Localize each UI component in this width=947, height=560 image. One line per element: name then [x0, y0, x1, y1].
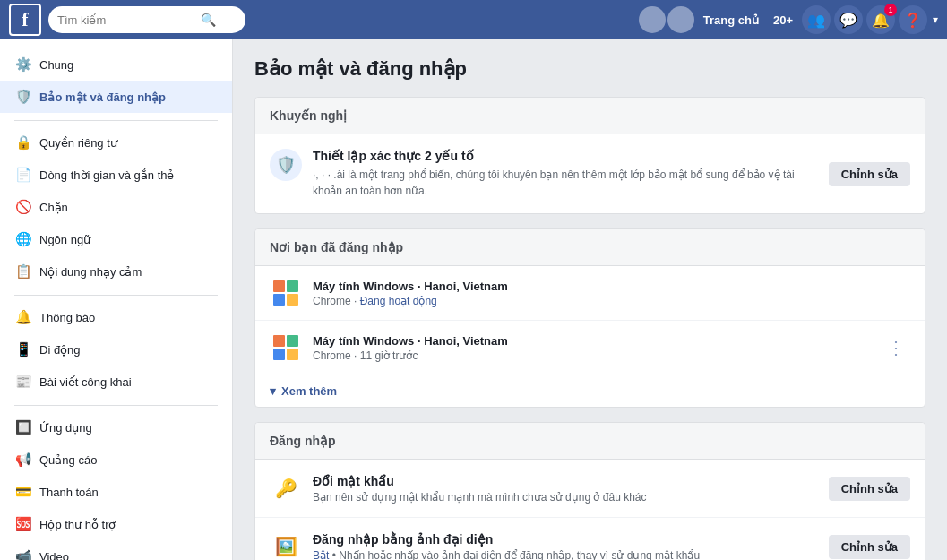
- location-info-1: Máy tính Windows · Hanoi, Vietnam Chrome…: [313, 280, 910, 307]
- shield-rec-icon: 🛡️: [270, 149, 302, 181]
- win-cell-4: [287, 294, 298, 306]
- help-btn[interactable]: ❓: [899, 5, 927, 34]
- mobile-icon: 📱: [14, 340, 32, 358]
- active-status: Đang hoạt động: [360, 295, 437, 307]
- sidebar-item-ung-dung[interactable]: 🔲 Ứng dụng: [0, 411, 232, 444]
- browser-label-1: Chrome: [313, 295, 351, 307]
- login-row-desc-2: Bật • Nhấn hoặc nhấp vào ảnh đại diện để…: [313, 549, 818, 561]
- sidebar-item-thong-bao[interactable]: 🔔 Thông báo: [0, 301, 232, 333]
- home-label[interactable]: Trang chủ: [703, 13, 759, 27]
- avatar-group: [639, 6, 694, 33]
- header-right: Trang chủ 20+ 👥 💬 🔔 1 ❓ ▾: [639, 5, 938, 34]
- win-cell-3: [273, 294, 285, 306]
- notifications-btn[interactable]: 🔔 1: [866, 5, 895, 34]
- rec-edit-button[interactable]: Chỉnh sửa: [829, 162, 910, 186]
- recommendation-body: 🛡️ Thiết lập xác thực 2 yếu tố ·, · · .à…: [255, 134, 925, 213]
- sidebar-item-ngon-ngu[interactable]: 🌐 Ngôn ngữ: [0, 223, 232, 255]
- recommendation-header: Khuyến nghị: [255, 98, 925, 134]
- login-row-title-2: Đăng nhập bằng ảnh đại diện: [313, 532, 818, 547]
- win-cell-2b: [287, 335, 298, 347]
- rec-desc: ·, · · .ài là một trang phổ biến, chúng …: [313, 167, 818, 199]
- messages-btn[interactable]: 💬: [834, 5, 863, 34]
- see-more-row[interactable]: ▾ Xem thêm: [255, 375, 925, 407]
- main-content: Bảo mật và đăng nhập Khuyến nghị 🛡️ Thiế…: [233, 39, 947, 560]
- sidebar-item-di-dong[interactable]: 📱 Di động: [0, 333, 232, 366]
- avatar-login-icon: 🖼️: [270, 530, 302, 560]
- time-status: 11 giờ trước: [360, 349, 418, 362]
- sidebar-item-quang-cao[interactable]: 📢 Quảng cáo: [0, 444, 232, 476]
- location-row-1: Máy tính Windows · Hanoi, Vietnam Chrome…: [255, 266, 925, 321]
- content-icon: 📋: [14, 263, 32, 280]
- lock-icon: 🔒: [14, 134, 32, 151]
- sidebar-label-thong-bao: Thông báo: [39, 311, 95, 324]
- login-row-desc-1: Bạn nên sử dụng mật khẩu mạnh mà mình ch…: [313, 491, 818, 504]
- sidebar-item-chan[interactable]: 🚫 Chặn: [0, 191, 232, 223]
- avatar-login-edit-button[interactable]: Chỉnh sửa: [829, 535, 910, 559]
- sidebar-group-3: 🔔 Thông báo 📱 Di động 📰 Bài viết công kh…: [0, 301, 232, 398]
- search-bar: 🔍: [48, 6, 245, 33]
- login-location-header: Nơi bạn đã đăng nhập: [255, 229, 925, 266]
- block-icon: 🚫: [14, 198, 32, 216]
- sidebar-group-4: 🔲 Ứng dụng 📢 Quảng cáo 💳 Thanh toán 🆘 Hộ…: [0, 411, 232, 560]
- gear-icon: ⚙️: [14, 56, 32, 73]
- sidebar-item-bai-viet[interactable]: 📰 Bài viết công khai: [0, 366, 232, 398]
- sidebar-label-di-dong: Di động: [39, 343, 81, 357]
- sidebar-item-thanh-toan[interactable]: 💳 Thanh toán: [0, 476, 232, 508]
- sidebar-divider-2: [14, 295, 218, 296]
- user-avatar-2[interactable]: [667, 6, 694, 33]
- sidebar-label-quyen-rieng-tu: Quyền riêng tư: [39, 136, 117, 150]
- user-avatar[interactable]: [639, 6, 666, 33]
- friend-requests-btn[interactable]: 👥: [802, 5, 831, 34]
- sidebar-item-chung[interactable]: ⚙️ Chung: [0, 48, 232, 81]
- key-icon: 🔑: [270, 472, 302, 504]
- timeline-icon: 📄: [14, 166, 32, 184]
- sidebar-item-quyen-rieng-tu[interactable]: 🔒 Quyền riêng tư: [0, 126, 232, 159]
- browser-label-2: Chrome: [313, 349, 351, 362]
- sidebar-item-dong-thoi-gian[interactable]: 📄 Dòng thời gian và gắn thẻ: [0, 159, 232, 191]
- login-row-password: 🔑 Đổi mật khẩu Bạn nên sử dụng mật khẩu …: [255, 460, 925, 518]
- location-name-1: Máy tính Windows · Hanoi, Vietnam: [313, 280, 910, 293]
- see-more-label: Xem thêm: [281, 384, 337, 398]
- location-more-button[interactable]: ⋮: [882, 333, 910, 362]
- win-cell-1b: [273, 335, 285, 347]
- sidebar-label-bai-viet: Bài viết công khai: [39, 375, 132, 389]
- login-row-info-2: Đăng nhập bằng ảnh đại diện Bật • Nhấn h…: [313, 532, 818, 561]
- windows-logo-1: [273, 280, 298, 306]
- bat-link[interactable]: Bật: [313, 549, 329, 561]
- login-section-body: 🔑 Đổi mật khẩu Bạn nên sử dụng mật khẩu …: [255, 460, 925, 560]
- sidebar-label-ngon-ngu: Ngôn ngữ: [39, 233, 90, 246]
- win-cell-1: [273, 280, 285, 292]
- post-icon: 📰: [14, 373, 32, 391]
- sidebar-item-hop-thu[interactable]: 🆘 Hộp thư hỗ trợ: [0, 508, 232, 540]
- ads-icon: 📢: [14, 451, 32, 469]
- windows-icon-1: [270, 277, 302, 309]
- facebook-logo[interactable]: f: [9, 4, 41, 36]
- login-location-card: Nơi bạn đã đăng nhập Máy tính: [254, 228, 925, 408]
- sidebar-item-video[interactable]: 📹 Video: [0, 540, 232, 560]
- shield-icon: 🛡️: [14, 88, 32, 106]
- page-title: Bảo mật và đăng nhập: [254, 57, 925, 81]
- location-detail-1: Chrome · Đang hoạt động: [313, 295, 910, 307]
- sidebar-label-video: Video: [39, 550, 69, 561]
- sidebar-item-bao-mat[interactable]: 🛡️ Bảo mật và đăng nhập: [0, 81, 232, 113]
- search-input[interactable]: [57, 13, 201, 27]
- sidebar-group-2: 🔒 Quyền riêng tư 📄 Dòng thời gian và gắn…: [0, 126, 232, 288]
- video-icon: 📹: [14, 547, 32, 560]
- sidebar-label-quang-cao: Quảng cáo: [39, 453, 97, 467]
- sidebar-item-noi-dung[interactable]: 📋 Nội dung nhạy cảm: [0, 255, 232, 288]
- login-row-avatar: 🖼️ Đăng nhập bằng ảnh đại diện Bật • Nhấ…: [255, 518, 925, 560]
- sidebar-label-chan: Chặn: [39, 201, 68, 214]
- location-name-2: Máy tính Windows · Hanoi, Vietnam: [313, 334, 871, 348]
- page-wrapper: ⚙️ Chung 🛡️ Bảo mật và đăng nhập 🔒 Quyền…: [0, 39, 947, 560]
- account-chevron[interactable]: ▾: [933, 13, 938, 26]
- notification-count[interactable]: 20+: [773, 13, 793, 27]
- sidebar-label-bao-mat: Bảo mật và đăng nhập: [39, 90, 166, 104]
- sidebar-label-dong-thoi-gian: Dòng thời gian và gắn thẻ: [39, 168, 174, 182]
- windows-icon-2: [270, 332, 302, 364]
- sidebar: ⚙️ Chung 🛡️ Bảo mật và đăng nhập 🔒 Quyền…: [0, 39, 233, 560]
- recommendation-card: Khuyến nghị 🛡️ Thiết lập xác thực 2 yếu …: [254, 97, 925, 214]
- password-edit-button[interactable]: Chỉnh sửa: [829, 477, 910, 501]
- avatar-login-desc-suffix: • Nhấn hoặc nhấp vào ảnh đại diện để đăn…: [332, 549, 700, 561]
- payment-icon: 💳: [14, 483, 32, 501]
- sidebar-label-hop-thu: Hộp thư hỗ trợ: [39, 518, 116, 531]
